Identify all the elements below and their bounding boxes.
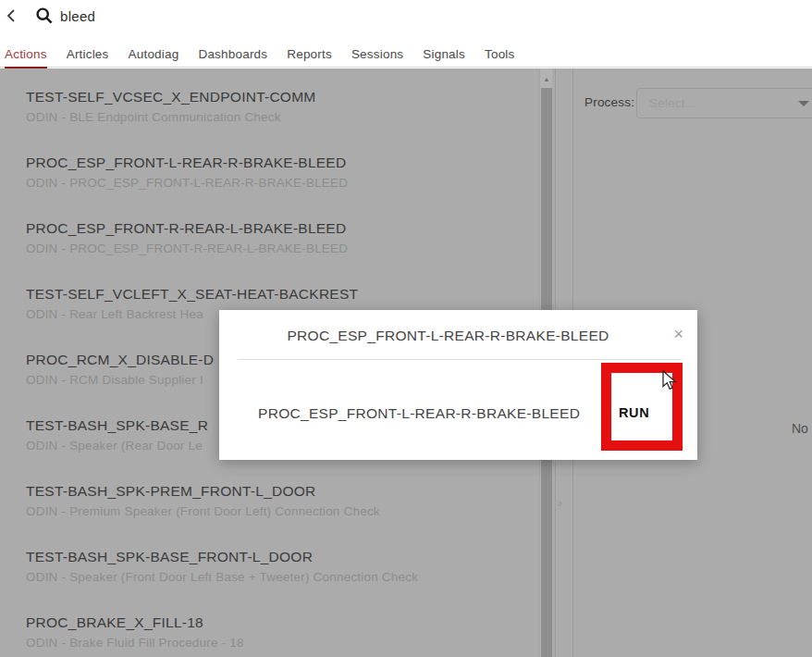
search-input[interactable]: bleed xyxy=(35,4,95,28)
action-desc: ODIN - BLE Endpoint Communication Check xyxy=(26,110,316,125)
tab-signals[interactable]: Signals xyxy=(423,43,465,67)
tab-tools[interactable]: Tools xyxy=(485,43,515,67)
list-item[interactable]: TEST-BASH_SPK-PREM_FRONT-L_DOOR ODIN - P… xyxy=(26,483,380,519)
dialog-divider xyxy=(238,359,682,360)
tab-articles[interactable]: Articles xyxy=(67,43,109,67)
run-button[interactable]: RUN xyxy=(619,405,649,420)
action-title: TEST-SELF_VCSEC_X_ENDPOINT-COMM xyxy=(26,89,316,105)
action-title: PROC_ESP_FRONT-L-REAR-R-BRAKE-BLEED xyxy=(26,155,348,170)
action-desc: ODIN - PROC_ESP_FRONT-L-REAR-R-BRAKE-BLE… xyxy=(26,176,348,191)
tab-actions[interactable]: Actions xyxy=(5,43,47,69)
process-select-dropdown[interactable]: Select... xyxy=(636,88,812,118)
caret-down-icon xyxy=(798,101,809,106)
action-desc: ODIN - Premium Speaker (Front Door Left)… xyxy=(26,504,380,519)
tab-sessions[interactable]: Sessions xyxy=(351,43,403,67)
process-label: Process: xyxy=(584,95,634,109)
dialog-action-name: PROC_ESP_FRONT-L-REAR-R-BRAKE-BLEED xyxy=(258,405,580,422)
search-query: bleed xyxy=(60,8,95,24)
action-title: PROC_BRAKE_X_FILL-18 xyxy=(26,614,244,630)
tab-bar: Actions Articles Autodiag Dashboards Rep… xyxy=(0,43,812,68)
action-desc: ODIN - Speaker (Rear Door Le xyxy=(26,439,208,453)
list-item[interactable]: PROC_BRAKE_X_FILL-18 ODIN - Brake Fluid … xyxy=(26,614,244,651)
tab-autodiag[interactable]: Autodiag xyxy=(129,43,179,67)
list-item[interactable]: PROC_ESP_FRONT-L-REAR-R-BRAKE-BLEED ODIN… xyxy=(26,155,348,191)
action-desc: ODIN - Brake Fluid Fill Procedure - 18 xyxy=(26,636,244,651)
action-title: PROC_RCM_X_DISABLE-D xyxy=(26,352,214,367)
action-title: PROC_ESP_FRONT-R-REAR-L-BRAKE-BLEED xyxy=(26,220,348,236)
action-desc: ODIN - RCM Disable Supplier I xyxy=(26,373,214,388)
search-icon xyxy=(35,6,54,25)
list-item[interactable]: TEST-BASH_SPK-BASE_R ODIN - Speaker (Rea… xyxy=(26,417,208,453)
action-desc: ODIN - Speaker (Front Door Left Base + T… xyxy=(26,570,418,585)
panel-expand-chevron-icon[interactable]: › xyxy=(558,494,571,511)
top-bar: bleed xyxy=(0,0,812,43)
list-item[interactable]: PROC_RCM_X_DISABLE-D ODIN - RCM Disable … xyxy=(26,352,214,388)
tab-reports[interactable]: Reports xyxy=(287,43,332,67)
action-title: TEST-BASH_SPK-PREM_FRONT-L_DOOR xyxy=(26,483,380,499)
tab-dashboards[interactable]: Dashboards xyxy=(198,43,267,67)
list-item[interactable]: PROC_ESP_FRONT-R-REAR-L-BRAKE-BLEED ODIN… xyxy=(26,220,348,256)
right-panel-partial-text: No xyxy=(792,421,808,436)
dialog-title: PROC_ESP_FRONT-L-REAR-R-BRAKE-BLEED xyxy=(219,328,697,344)
close-icon[interactable]: × xyxy=(673,326,683,342)
select-placeholder: Select... xyxy=(649,96,696,110)
action-desc: ODIN - PROC_ESP_FRONT-R-REAR-L-BRAKE-BLE… xyxy=(26,242,348,256)
list-item[interactable]: TEST-SELF_VCSEC_X_ENDPOINT-COMM ODIN - B… xyxy=(26,89,316,125)
back-icon[interactable] xyxy=(2,6,22,26)
run-action-dialog: PROC_ESP_FRONT-L-REAR-R-BRAKE-BLEED × PR… xyxy=(219,310,697,460)
action-title: TEST-BASH_SPK-BASE_R xyxy=(26,417,208,433)
action-title: TEST-BASH_SPK-BASE_FRONT-L_DOOR xyxy=(26,549,418,564)
action-title: TEST-SELF_VCLEFT_X_SEAT-HEAT-BACKREST xyxy=(26,286,358,302)
scroll-up-arrow-icon[interactable]: ▲ xyxy=(540,74,553,85)
list-item[interactable]: TEST-BASH_SPK-BASE_FRONT-L_DOOR ODIN - S… xyxy=(26,549,418,585)
